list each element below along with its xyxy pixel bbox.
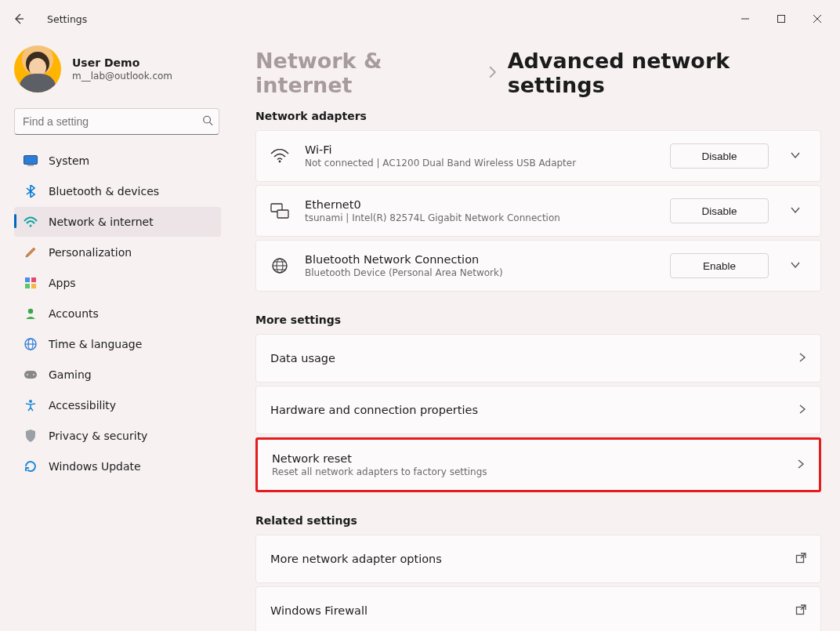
ethernet-disable-button[interactable]: Disable (670, 198, 769, 223)
svg-rect-0 (778, 16, 785, 23)
svg-point-1 (204, 116, 211, 123)
nav-label: Accessibility (49, 399, 116, 412)
maximize-icon (777, 15, 785, 23)
breadcrumb-page-title: Advanced network settings (508, 49, 821, 97)
row-data-usage[interactable]: Data usage (255, 334, 821, 383)
expand-ethernet[interactable] (784, 205, 806, 218)
nav-label: Windows Update (49, 460, 141, 473)
row-title: More network adapter options (270, 553, 442, 565)
adapter-wifi[interactable]: Wi-Fi Not connected | AC1200 Dual Band W… (255, 130, 821, 182)
nav-windows-update[interactable]: Windows Update (14, 451, 221, 481)
section-more-title: More settings (255, 314, 821, 326)
nav-label: Personalization (49, 246, 132, 259)
nav-personalization[interactable]: Personalization (14, 238, 221, 267)
chevron-right-icon (798, 404, 806, 417)
sidebar-nav: System Bluetooth & devices Network & int… (14, 146, 226, 481)
minimize-icon (741, 15, 749, 23)
section-related-title: Related settings (255, 514, 821, 527)
nav-accessibility[interactable]: Accessibility (14, 390, 221, 420)
nav-label: Bluetooth & devices (49, 185, 159, 198)
nav-gaming[interactable]: Gaming (14, 360, 221, 390)
row-title: Data usage (270, 352, 335, 364)
row-title: Hardware and connection properties (270, 404, 478, 416)
nav-label: Apps (49, 277, 76, 289)
profile[interactable]: User Demo m__lab@outlook.com (14, 41, 226, 105)
adapter-title: Ethernet0 (305, 198, 560, 211)
user-name: User Demo (72, 56, 172, 69)
bluetooth-enable-button[interactable]: Enable (670, 253, 769, 278)
svg-rect-7 (25, 284, 30, 288)
wifi-disable-button[interactable]: Disable (670, 143, 769, 169)
svg-rect-2 (24, 156, 38, 165)
breadcrumb-parent[interactable]: Network & internet (255, 49, 477, 97)
open-external-icon (795, 553, 806, 566)
search-box (14, 108, 219, 135)
nav-privacy[interactable]: Privacy & security (14, 421, 221, 451)
back-button[interactable] (3, 0, 34, 38)
nav-time-language[interactable]: Time & language (14, 329, 221, 359)
svg-point-16 (279, 161, 281, 163)
nav-accounts[interactable]: Accounts (14, 299, 221, 328)
sidebar: User Demo m__lab@outlook.com System Blue… (0, 38, 235, 631)
accessibility-icon (24, 399, 38, 412)
svg-point-9 (28, 309, 33, 314)
main-content: Network & internet Advanced network sett… (235, 38, 840, 631)
nav-label: Privacy & security (49, 430, 147, 442)
accounts-icon (24, 307, 38, 320)
minimize-button[interactable] (727, 3, 763, 34)
svg-point-15 (29, 400, 32, 403)
svg-rect-8 (31, 284, 36, 288)
adapter-subtitle: Not connected | AC1200 Dual Band Wireles… (305, 158, 576, 169)
nav-label: System (49, 154, 89, 167)
nav-label: Network & internet (49, 216, 154, 228)
bluetooth-icon (24, 185, 38, 198)
personalization-icon (24, 246, 38, 259)
system-icon (24, 155, 38, 166)
row-network-reset[interactable]: Network reset Reset all network adapters… (255, 437, 821, 492)
gaming-icon (24, 370, 38, 379)
adapter-ethernet[interactable]: Ethernet0 tsunami | Intel(R) 82574L Giga… (255, 185, 821, 237)
time-language-icon (24, 338, 38, 350)
globe-icon (270, 257, 289, 274)
nav-apps[interactable]: Apps (14, 268, 221, 298)
user-email: m__lab@outlook.com (72, 71, 172, 82)
adapter-subtitle: Bluetooth Device (Personal Area Network) (305, 267, 503, 278)
titlebar: Settings (0, 0, 840, 38)
row-title: Windows Firewall (270, 604, 368, 617)
chevron-right-icon (488, 65, 497, 82)
nav-system[interactable]: System (14, 146, 221, 176)
row-more-adapter-options[interactable]: More network adapter options (255, 535, 821, 583)
row-title: Network reset (272, 452, 487, 465)
expand-btpan[interactable] (784, 259, 806, 273)
close-button[interactable] (799, 3, 835, 34)
row-windows-firewall[interactable]: Windows Firewall (255, 586, 821, 631)
close-icon (813, 15, 821, 23)
chevron-down-icon (790, 205, 801, 216)
svg-point-4 (30, 225, 32, 227)
section-adapters-title: Network adapters (255, 110, 821, 122)
chevron-down-icon (790, 259, 801, 270)
svg-point-13 (27, 374, 28, 375)
wifi-icon (270, 149, 289, 163)
row-subtitle: Reset all network adapters to factory se… (272, 466, 487, 477)
row-hardware-properties[interactable]: Hardware and connection properties (255, 386, 821, 434)
svg-rect-12 (24, 371, 37, 379)
search-input[interactable] (14, 108, 219, 135)
nav-network[interactable]: Network & internet (14, 207, 221, 237)
arrow-left-icon (13, 13, 25, 25)
expand-wifi[interactable] (784, 150, 806, 163)
nav-label: Accounts (49, 307, 99, 320)
adapter-bluetooth-pan[interactable]: Bluetooth Network Connection Bluetooth D… (255, 240, 821, 292)
windows-update-icon (24, 460, 38, 473)
network-icon (24, 216, 38, 227)
ethernet-icon (270, 203, 289, 219)
adapter-title: Wi-Fi (305, 143, 576, 156)
search-icon (202, 115, 213, 129)
adapter-subtitle: tsunami | Intel(R) 82574L Gigabit Networ… (305, 212, 560, 223)
avatar (14, 45, 61, 92)
maximize-button[interactable] (763, 3, 799, 34)
open-external-icon (795, 604, 806, 618)
nav-bluetooth[interactable]: Bluetooth & devices (14, 176, 221, 206)
svg-point-14 (33, 374, 34, 375)
nav-label: Time & language (49, 338, 142, 350)
